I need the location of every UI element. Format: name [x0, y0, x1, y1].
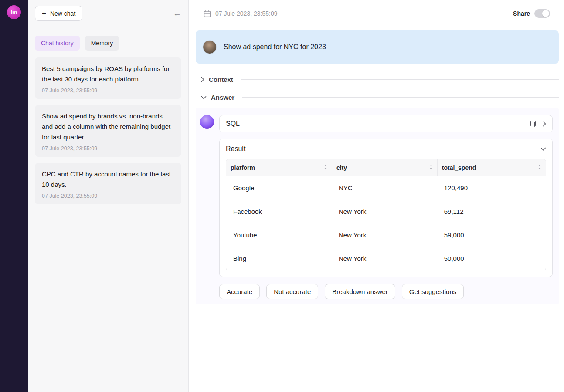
- chevron-right-icon[interactable]: [543, 121, 546, 127]
- chevron-down-icon[interactable]: [540, 147, 546, 151]
- sidebar: + New chat ← Chat history Memory Best 5 …: [28, 0, 189, 392]
- user-message: Show ad spend for NYC for 2023: [196, 30, 559, 64]
- result-table: platform city: [226, 159, 546, 270]
- chevron-right-icon: [201, 77, 204, 82]
- chat-history-timestamp: 07 Jule 2023, 23:55:09: [42, 88, 174, 94]
- brand-rail: im: [0, 0, 28, 392]
- answer-block: SQL Result: [196, 108, 559, 304]
- collapse-sidebar-icon[interactable]: ←: [173, 9, 181, 17]
- user-message-text: Show ad spend for NYC for 2023: [224, 43, 326, 51]
- answer-section-header[interactable]: Answer: [201, 94, 559, 101]
- feedback-actions: Accurate Not accurate Breakdown answer G…: [219, 284, 553, 299]
- user-avatar: [203, 40, 217, 54]
- table-row: Google NYC 120,490: [226, 176, 546, 199]
- cell-platform: Bing: [226, 247, 332, 270]
- cell-platform: Facebook: [226, 199, 332, 223]
- cell-platform: Youtube: [226, 223, 332, 247]
- main-panel: 07 Jule 2023, 23:55:09 Share Show ad spe…: [189, 0, 564, 392]
- chat-history-timestamp: 07 Jule 2023, 23:55:09: [42, 193, 174, 199]
- calendar-icon: [204, 10, 211, 17]
- result-panel-header[interactable]: Result: [226, 145, 546, 153]
- result-title: Result: [226, 145, 245, 153]
- share-label: Share: [513, 10, 530, 17]
- get-suggestions-button[interactable]: Get suggestions: [402, 284, 464, 299]
- app-logo-text: im: [10, 9, 17, 16]
- cell-city: NYC: [332, 176, 437, 199]
- chat-history-timestamp: 07 Jule 2023, 23:55:09: [42, 145, 174, 152]
- table-row: Facebook New York 69,112: [226, 199, 546, 223]
- chat-history-list: Best 5 campaigns by ROAS by platforms fo…: [28, 53, 188, 209]
- new-chat-label: New chat: [50, 10, 75, 17]
- chat-history-title: Best 5 campaigns by ROAS by platforms fo…: [42, 64, 174, 84]
- chat-history-item[interactable]: CPC and CTR by account names for the las…: [35, 163, 181, 204]
- conversation-timestamp: 07 Jule 2023, 23:55:09: [215, 10, 277, 17]
- answer-section-label: Answer: [211, 94, 234, 101]
- table-row: Bing New York 50,000: [226, 247, 546, 270]
- app-window: im + New chat ← Chat history Memory Best…: [0, 0, 564, 392]
- sort-icon: [324, 164, 327, 171]
- cell-total-spend: 69,112: [437, 199, 546, 223]
- breakdown-answer-button[interactable]: Breakdown answer: [325, 284, 395, 299]
- plus-icon: +: [42, 10, 46, 17]
- sidebar-tabs: Chat history Memory: [28, 27, 188, 53]
- tab-chat-history[interactable]: Chat history: [35, 36, 80, 51]
- chat-history-item[interactable]: Best 5 campaigns by ROAS by platforms fo…: [35, 57, 181, 99]
- tab-memory[interactable]: Memory: [85, 36, 119, 51]
- column-header-platform[interactable]: platform: [226, 159, 332, 176]
- section-divider: [241, 79, 559, 80]
- cell-city: New York: [332, 223, 437, 247]
- cell-city: New York: [332, 199, 437, 223]
- chat-history-title: CPC and CTR by account names for the las…: [42, 169, 174, 190]
- section-divider: [242, 97, 559, 98]
- column-header-total-spend[interactable]: total_spend: [437, 159, 546, 176]
- sort-icon: [538, 164, 541, 171]
- answer-panels: SQL Result: [219, 115, 553, 299]
- accurate-button[interactable]: Accurate: [219, 284, 260, 299]
- column-header-city[interactable]: city: [332, 159, 437, 176]
- chat-history-item[interactable]: Show ad spend by brands vs. non-brands a…: [35, 105, 181, 157]
- sql-panel[interactable]: SQL: [219, 115, 553, 132]
- share-control: Share: [513, 9, 550, 18]
- cell-total-spend: 120,490: [437, 176, 546, 199]
- conversation-header: 07 Jule 2023, 23:55:09 Share: [189, 0, 564, 27]
- sql-panel-label: SQL: [226, 120, 240, 128]
- new-chat-button[interactable]: + New chat: [35, 6, 82, 21]
- not-accurate-button[interactable]: Not accurate: [266, 284, 318, 299]
- conversation-body: Show ad spend for NYC for 2023 Context A…: [189, 27, 564, 304]
- share-toggle[interactable]: [534, 9, 550, 18]
- table-row: Youtube New York 59,000: [226, 223, 546, 247]
- result-panel: Result platform: [219, 139, 553, 277]
- sort-icon: [429, 164, 433, 171]
- context-section-label: Context: [209, 76, 233, 83]
- chevron-down-icon: [201, 96, 207, 99]
- sidebar-header: + New chat ←: [28, 0, 188, 27]
- cell-total-spend: 50,000: [437, 247, 546, 270]
- cell-total-spend: 59,000: [437, 223, 546, 247]
- assistant-avatar: [200, 115, 214, 129]
- app-logo[interactable]: im: [7, 5, 21, 19]
- chat-history-title: Show ad spend by brands vs. non-brands a…: [42, 111, 174, 142]
- cell-city: New York: [332, 247, 437, 270]
- cell-platform: Google: [226, 176, 332, 199]
- context-section-header[interactable]: Context: [201, 76, 559, 83]
- copy-icon[interactable]: [530, 121, 536, 127]
- toggle-knob: [542, 10, 549, 17]
- conversation-timestamp-group: 07 Jule 2023, 23:55:09: [204, 10, 277, 17]
